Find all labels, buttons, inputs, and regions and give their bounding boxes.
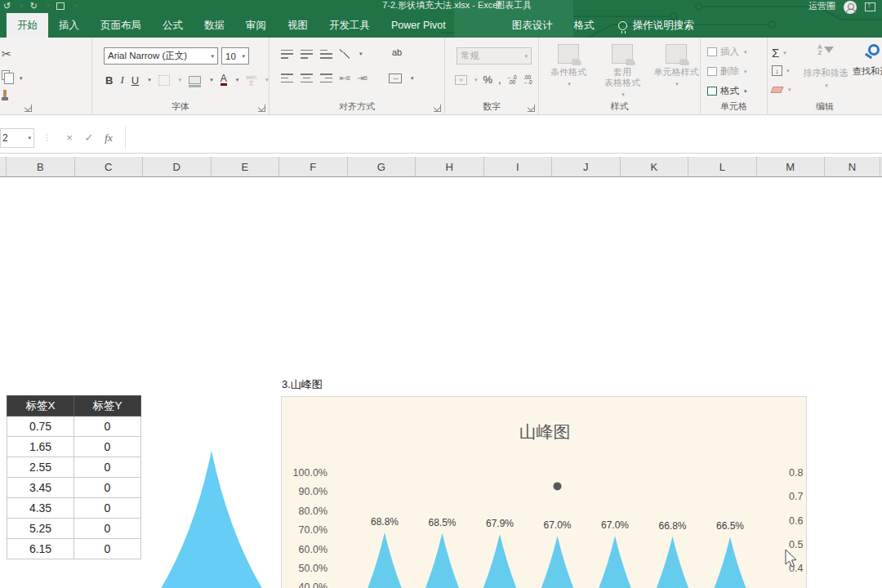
- borders-dropdown-icon[interactable]: ▾: [179, 77, 182, 83]
- table-cell[interactable]: 0: [74, 539, 141, 559]
- cell-caption[interactable]: 3.山峰图: [282, 377, 323, 392]
- column-header-G[interactable]: G: [348, 157, 416, 176]
- column-header-M[interactable]: M: [757, 157, 826, 176]
- column-header-N[interactable]: N: [825, 157, 880, 176]
- table-cell[interactable]: 0: [74, 478, 141, 498]
- table-cell[interactable]: 0: [74, 416, 141, 437]
- column-header-L[interactable]: L: [688, 157, 757, 176]
- share-icon[interactable]: [865, 2, 875, 11]
- italic-button[interactable]: I: [120, 74, 123, 87]
- table-cell[interactable]: 0: [74, 498, 141, 519]
- orientation-icon[interactable]: [340, 49, 350, 59]
- alignment-dialog-launcher-icon[interactable]: [434, 105, 441, 112]
- decrease-indent-icon[interactable]: ⇤≡: [340, 74, 350, 82]
- align-right-icon[interactable]: [320, 74, 332, 82]
- copy-dropdown-icon[interactable]: ▾: [20, 75, 23, 82]
- underline-dropdown-icon[interactable]: ▾: [148, 77, 151, 83]
- insert-function-button[interactable]: fx: [99, 131, 118, 145]
- triangle-shape[interactable]: [152, 449, 271, 588]
- ribbon-tab-developer[interactable]: 开发工具: [318, 13, 381, 38]
- fill-dropdown-icon[interactable]: ▾: [786, 68, 790, 74]
- format-painter-icon[interactable]: [3, 90, 7, 97]
- column-header-K[interactable]: K: [621, 157, 689, 176]
- table-cell[interactable]: 6.15: [7, 539, 74, 559]
- align-top-icon[interactable]: [281, 50, 293, 59]
- fill-icon[interactable]: ↓: [772, 65, 782, 76]
- peak-series-3[interactable]: [442, 534, 558, 588]
- fill-color-dropdown-icon[interactable]: ▾: [210, 77, 213, 83]
- wrap-text-icon[interactable]: ab: [392, 47, 402, 57]
- merge-center-icon[interactable]: [389, 74, 402, 83]
- peak-series-7[interactable]: [672, 537, 788, 588]
- table-cell[interactable]: 1.65: [7, 437, 74, 457]
- table-cell[interactable]: 0.75: [7, 416, 74, 437]
- ribbon-tab-page-layout[interactable]: 页面布局: [90, 13, 152, 38]
- align-middle-icon[interactable]: [301, 50, 313, 59]
- cancel-button[interactable]: ×: [60, 131, 79, 144]
- ribbon-tab-home[interactable]: 开始: [7, 13, 48, 38]
- table-cell[interactable]: 0: [74, 519, 141, 539]
- peak-series-2[interactable]: [385, 533, 501, 588]
- ribbon-tab-data[interactable]: 数据: [194, 13, 235, 38]
- increase-indent-icon[interactable]: ⇥≡: [357, 74, 367, 82]
- format-cells-button[interactable]: 格式▾: [707, 85, 747, 97]
- table-cell[interactable]: 3.45: [7, 478, 74, 498]
- peak-series-6[interactable]: [615, 537, 731, 588]
- tell-me-search[interactable]: 操作说明搜索: [618, 13, 694, 38]
- accounting-dropdown-icon[interactable]: ▾: [474, 77, 478, 83]
- copy-icon[interactable]: [2, 70, 10, 80]
- align-left-icon[interactable]: [281, 74, 293, 82]
- sort-filter-button[interactable]: AZ 排序和筛选 ▾: [802, 44, 849, 89]
- account-name[interactable]: 运营圈: [808, 0, 835, 12]
- ribbon-tab-chart-format[interactable]: 格式: [564, 13, 605, 38]
- cell-styles-button[interactable]: 单元格样式▾: [650, 44, 701, 89]
- merge-dropdown-icon[interactable]: ▾: [411, 75, 414, 82]
- orientation-dropdown-icon[interactable]: ▾: [359, 51, 363, 57]
- ribbon-tab-view[interactable]: 视图: [277, 13, 318, 38]
- delete-cells-button[interactable]: 删除▾: [707, 65, 747, 78]
- cut-icon[interactable]: ✂: [2, 47, 11, 60]
- column-header-B[interactable]: B: [7, 157, 75, 176]
- ribbon-tab-power-pivot[interactable]: Power Pivot: [381, 13, 457, 38]
- chart-container[interactable]: 山峰图68.8%68.5%67.9%67.0%67.0%66.8%66.5%10…: [281, 396, 807, 588]
- scatter-marker[interactable]: [554, 482, 562, 490]
- table-cell[interactable]: 4.35: [7, 498, 74, 519]
- find-select-button[interactable]: 查找和选择: [853, 44, 882, 78]
- conditional-formatting-button[interactable]: 条件格式▾: [542, 44, 595, 89]
- avatar[interactable]: [844, 1, 857, 14]
- fill-color-icon[interactable]: [189, 76, 201, 84]
- sort-filter-dropdown-icon[interactable]: ▾: [825, 82, 828, 88]
- ribbon-tab-chart-design[interactable]: 图表设计: [501, 13, 564, 38]
- accounting-format-icon[interactable]: ￥: [455, 75, 467, 85]
- table-cell[interactable]: 0: [74, 457, 141, 478]
- table-cell[interactable]: 2.55: [7, 457, 74, 478]
- autosum-dropdown-icon[interactable]: ▾: [783, 50, 786, 56]
- autosum-icon[interactable]: Σ: [772, 46, 779, 60]
- column-header-H[interactable]: H: [416, 157, 484, 176]
- peak-series-5[interactable]: [557, 536, 673, 588]
- comma-style-icon[interactable]: ,: [498, 74, 501, 86]
- table-header-cell[interactable]: 标签X: [7, 396, 74, 416]
- borders-icon[interactable]: [158, 75, 170, 86]
- column-header-F[interactable]: F: [279, 157, 348, 176]
- font-color-dropdown-icon[interactable]: ▾: [236, 77, 239, 83]
- phonetic-guide-icon[interactable]: wén文: [246, 74, 256, 86]
- chevron-down-icon[interactable]: ▾: [242, 53, 245, 60]
- font-size-combobox[interactable]: 10▾: [221, 47, 249, 65]
- column-header-D[interactable]: D: [143, 157, 212, 176]
- phonetic-dropdown-icon[interactable]: ▾: [265, 77, 269, 83]
- bold-button[interactable]: B: [105, 74, 113, 87]
- column-header-E[interactable]: E: [212, 157, 280, 176]
- peak-series-4[interactable]: [500, 536, 616, 588]
- column-header-I[interactable]: I: [484, 157, 553, 176]
- increase-decimal-icon[interactable]: ←.0.00: [507, 75, 517, 85]
- number-format-combobox[interactable]: 常规▾: [457, 47, 532, 65]
- font-name-combobox[interactable]: Arial Narrow (正文)▾: [104, 47, 218, 65]
- ribbon-tab-insert[interactable]: 插入: [48, 13, 90, 38]
- clipboard-dialog-launcher-icon[interactable]: [24, 105, 32, 112]
- clear-icon[interactable]: [771, 87, 784, 93]
- percent-style-icon[interactable]: %: [483, 74, 493, 86]
- align-center-icon[interactable]: [301, 74, 313, 82]
- peak-series-1[interactable]: [327, 532, 443, 588]
- column-header-C[interactable]: C: [75, 157, 144, 176]
